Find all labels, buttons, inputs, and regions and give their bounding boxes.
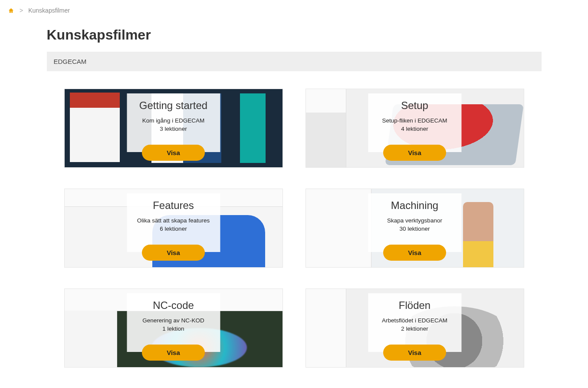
card-lessons: 3 lektioner — [131, 126, 216, 132]
card-grid: Getting started Kom igång i EDGECAM 3 le… — [47, 89, 542, 368]
page-title: Kunskapsfilmer — [47, 27, 542, 43]
card-description: Skapa verktygsbanor — [372, 217, 457, 225]
card-setup: Setup Setup-fliken i EDGECAM 4 lektioner… — [305, 89, 524, 168]
breadcrumb: > Kunskapsfilmer — [0, 0, 588, 18]
card-description: Olika sätt att skapa features — [131, 217, 216, 225]
card-nc-code: NC-code Generering av NC-KOD 1 lektion V… — [64, 289, 283, 368]
card-lessons: 2 lektioner — [372, 325, 457, 332]
view-button[interactable]: Visa — [383, 145, 446, 161]
view-button[interactable]: Visa — [142, 345, 205, 361]
card-floden: Flöden Arbetsflödet i EDGECAM 2 lektione… — [305, 289, 524, 368]
section-heading: EDGECAM — [47, 52, 542, 71]
breadcrumb-separator: > — [20, 7, 23, 14]
card-lessons: 4 lektioner — [372, 126, 457, 132]
card-overlay: Machining Skapa verktygsbanor 30 lektion… — [368, 193, 461, 252]
card-description: Arbetsflödet i EDGECAM — [372, 317, 457, 325]
card-lessons: 30 lektioner — [372, 226, 457, 232]
home-icon[interactable] — [8, 7, 14, 14]
card-description: Kom igång i EDGECAM — [131, 117, 216, 125]
card-lessons: 1 lektion — [131, 325, 216, 332]
card-overlay: Setup Setup-fliken i EDGECAM 4 lektioner… — [368, 93, 461, 152]
card-title: Getting started — [131, 99, 216, 112]
card-features: Features Olika sätt att skapa features 6… — [64, 189, 283, 268]
card-overlay: Getting started Kom igång i EDGECAM 3 le… — [127, 93, 220, 152]
card-description: Generering av NC-KOD — [131, 317, 216, 325]
card-lessons: 6 lektioner — [131, 226, 216, 232]
card-overlay: NC-code Generering av NC-KOD 1 lektion V… — [127, 293, 220, 352]
card-getting-started: Getting started Kom igång i EDGECAM 3 le… — [64, 89, 283, 168]
card-title: NC-code — [131, 299, 216, 312]
view-button[interactable]: Visa — [383, 245, 446, 261]
view-button[interactable]: Visa — [383, 345, 446, 361]
view-button[interactable]: Visa — [142, 145, 205, 161]
card-description: Setup-fliken i EDGECAM — [372, 117, 457, 125]
card-title: Machining — [372, 199, 457, 212]
card-overlay: Features Olika sätt att skapa features 6… — [127, 193, 220, 252]
view-button[interactable]: Visa — [142, 245, 205, 261]
breadcrumb-current: Kunskapsfilmer — [28, 7, 70, 14]
card-title: Setup — [372, 99, 457, 112]
card-overlay: Flöden Arbetsflödet i EDGECAM 2 lektione… — [368, 293, 461, 352]
card-machining: Machining Skapa verktygsbanor 30 lektion… — [305, 189, 524, 268]
card-title: Flöden — [372, 299, 457, 312]
card-title: Features — [131, 199, 216, 212]
